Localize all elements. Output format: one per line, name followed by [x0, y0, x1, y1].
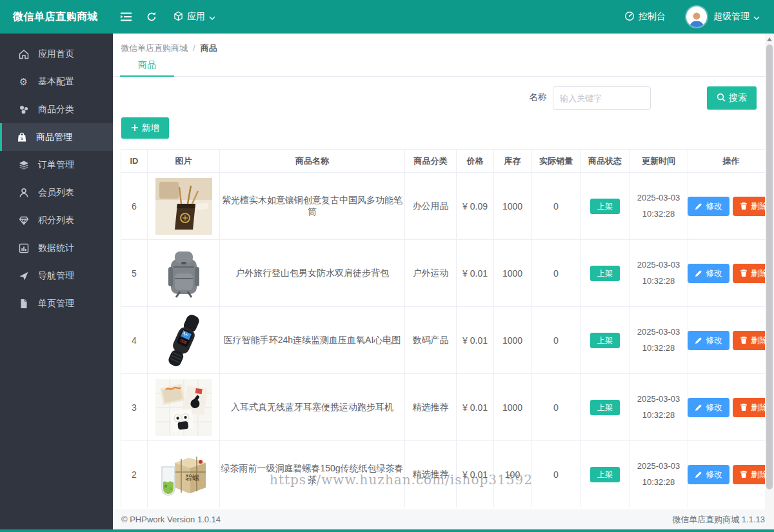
breadcrumb: 微信单店直购商城/商品	[121, 43, 217, 54]
goods-table: ID 图片 商品名称 商品分类 价格 库存 实际销量 商品状态 更新时间 操作	[121, 149, 765, 507]
cell-stock: 1000	[494, 173, 531, 240]
cell-stock: 1000	[494, 307, 531, 374]
breadcrumb-root[interactable]: 微信单店直购商城	[121, 43, 188, 53]
breadcrumb-separator: /	[193, 43, 195, 53]
svg-text:S: S	[20, 135, 23, 140]
tab-goods[interactable]: 商品	[120, 59, 174, 77]
footer: © PHPwork Version 1.0.14 微信单店直购商城 1.1.13	[113, 509, 774, 529]
col-header-updated: 更新时间	[630, 150, 688, 173]
sidebar-item-label: 商品分类	[38, 104, 74, 115]
sidebar-item-label: 订单管理	[38, 159, 74, 171]
table-row: 2 碧螺	[121, 441, 766, 508]
cell-stock: 1000	[494, 374, 531, 441]
vertical-scrollbar[interactable]	[765, 34, 774, 529]
col-header-name: 商品名称	[220, 150, 405, 173]
sidebar-item-goods-category[interactable]: 商品分类	[0, 95, 113, 123]
cell-category: 办公用品	[405, 173, 457, 240]
cell-category: 户外运动	[405, 240, 457, 307]
cell-stock: 100	[494, 441, 531, 508]
product-image-backpack[interactable]	[155, 245, 212, 302]
edit-button[interactable]: 修改	[688, 465, 729, 484]
sidebar-item-label: 应用首页	[38, 48, 74, 60]
delete-button[interactable]: 删除	[733, 331, 765, 350]
footer-app-version: 微信单店直购商城 1.1.13	[672, 514, 765, 526]
product-image-smart-band[interactable]: 098	[155, 312, 212, 369]
cell-category: 精选推荐	[405, 441, 457, 508]
delete-button[interactable]: 删除	[733, 197, 765, 216]
search-input[interactable]	[553, 86, 651, 110]
svg-text:碧螺: 碧螺	[184, 473, 199, 482]
breadcrumb-current: 商品	[201, 43, 217, 53]
sidebar-item-member-list[interactable]: 会员列表	[0, 179, 113, 206]
search-button[interactable]: 搜索	[707, 86, 757, 110]
send-icon	[18, 270, 29, 281]
table-row: 3 入耳式真无线蓝牙耳塞便携运动跑步耳机	[121, 374, 766, 441]
scrollbar-thumb[interactable]	[766, 44, 773, 489]
search-field-label: 名称	[529, 92, 547, 103]
sidebar-item-label: 积分列表	[38, 215, 74, 226]
edit-button[interactable]: 修改	[688, 331, 729, 350]
top-header: 微信单店直购商城 应用 控制台	[0, 0, 774, 34]
table-row: 5	[121, 240, 766, 307]
sidebar-item-nav-manage[interactable]: 导航管理	[0, 262, 113, 290]
delete-button[interactable]: 删除	[733, 264, 765, 283]
dashboard-icon	[624, 11, 635, 23]
refresh-icon[interactable]	[139, 0, 164, 34]
product-image-earbuds[interactable]	[155, 379, 212, 436]
delete-button[interactable]: 删除	[733, 465, 765, 484]
sidebar-item-label: 导航管理	[38, 270, 74, 282]
goods-table-container: ID 图片 商品名称 商品分类 价格 库存 实际销量 商品状态 更新时间 操作	[121, 149, 765, 507]
add-button[interactable]: 新增	[121, 117, 169, 139]
edit-button[interactable]: 修改	[688, 398, 729, 417]
cell-sales: 0	[531, 173, 581, 240]
cell-name: 绿茶雨前一级洞庭碧螺春150g传统纸包绿茶春茶	[220, 441, 405, 508]
table-row: 4 098	[121, 307, 766, 374]
sidebar-item-goods-manage[interactable]: S 商品管理	[0, 123, 113, 151]
sidebar-item-order-manage[interactable]: 订单管理	[0, 151, 113, 179]
cell-sales: 0	[531, 374, 581, 441]
cell-id: 5	[121, 240, 148, 307]
sidebar-item-app-home[interactable]: 应用首页	[0, 40, 113, 68]
user-label: 超级管理	[713, 11, 749, 23]
sidebar-item-label: 基本配置	[38, 76, 74, 88]
tab-bar: 商品	[113, 59, 765, 77]
user-menu[interactable]: 超级管理	[713, 11, 774, 23]
footer-version: © PHPwork Version 1.0.14	[121, 515, 221, 524]
sidebar-item-data-stats[interactable]: 数据统计	[0, 234, 113, 262]
sidebar-item-page-manage[interactable]: 单页管理	[0, 290, 113, 317]
collapse-menu-icon[interactable]	[113, 0, 139, 34]
cell-price: ¥ 0.01	[457, 374, 494, 441]
main-content: 微信单店直购商城/商品 商品 名称 搜索 新增	[113, 34, 765, 509]
cell-category: 数码产品	[405, 307, 457, 374]
sidebar-item-basic-config[interactable]: ⚙ 基本配置	[0, 68, 113, 95]
app-window: 微信单店直购商城 应用 控制台	[0, 0, 774, 532]
cell-updated: 2025-03-0310:32:28	[630, 257, 688, 289]
sidebar-nav: 应用首页 ⚙ 基本配置 商品分类 S 商品管理 订单管理	[0, 34, 113, 529]
avatar[interactable]	[686, 6, 707, 27]
cell-category: 精选推荐	[405, 374, 457, 441]
cell-price: ¥ 0.01	[457, 441, 494, 508]
delete-button[interactable]: 删除	[733, 398, 765, 417]
scrollbar-up-arrow[interactable]	[767, 37, 772, 41]
chevron-down-icon	[753, 12, 760, 22]
edit-button[interactable]: 修改	[688, 197, 729, 216]
cell-price: ¥ 0.09	[457, 173, 494, 240]
app-menu[interactable]: 应用	[164, 0, 224, 34]
product-image-pen-holder[interactable]	[155, 178, 212, 235]
table-header-row: ID 图片 商品名称 商品分类 价格 库存 实际销量 商品状态 更新时间 操作	[121, 150, 766, 173]
col-header-image: 图片	[148, 150, 220, 173]
cell-price: ¥ 0.01	[457, 307, 494, 374]
cell-sales: 0	[531, 307, 581, 374]
cell-updated: 2025-03-0310:32:28	[630, 190, 688, 222]
app-menu-label: 应用	[187, 11, 205, 23]
cell-id: 4	[121, 307, 148, 374]
status-badge: 上架	[590, 199, 620, 214]
document-icon	[18, 298, 29, 309]
product-image-green-tea[interactable]: 碧螺	[155, 446, 212, 503]
sidebar-item-label: 单页管理	[38, 298, 74, 310]
edit-button[interactable]: 修改	[688, 264, 729, 283]
cell-name: 紫光檀实木如意镶铜创意复古中国风多功能笔筒	[220, 173, 405, 240]
col-header-category: 商品分类	[405, 150, 457, 173]
sidebar-item-points-list[interactable]: 积分列表	[0, 206, 113, 234]
console-link[interactable]: 控制台	[618, 11, 672, 23]
